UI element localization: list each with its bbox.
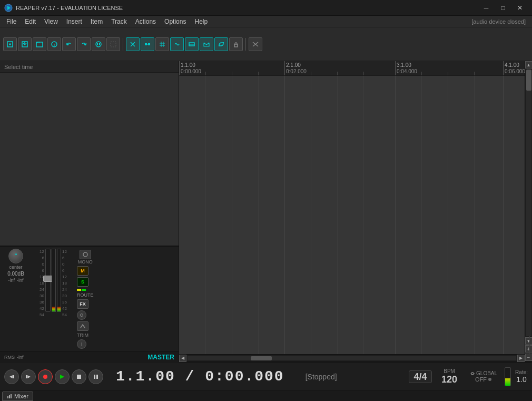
ruler-label-bottom-4: 0:06.000 bbox=[505, 69, 525, 74]
h-scroll-thumb[interactable] bbox=[251, 356, 272, 360]
master-fader[interactable] bbox=[45, 249, 51, 312]
menu-options[interactable]: Options bbox=[160, 17, 190, 26]
svg-rect-16 bbox=[145, 43, 147, 45]
v-scroll-down[interactable]: ▼ bbox=[525, 337, 533, 345]
open-icon bbox=[36, 41, 43, 48]
toolbar-envelope-btn[interactable] bbox=[200, 37, 213, 51]
trim-button[interactable] bbox=[77, 321, 88, 331]
svg-text:i: i bbox=[54, 43, 55, 46]
time-sig-display: 4/4 bbox=[409, 370, 432, 383]
global-area: GLOBAL OFF bbox=[467, 370, 500, 383]
toolbar-undo-btn[interactable] bbox=[62, 37, 76, 51]
toolbar-cut-btn[interactable] bbox=[126, 37, 140, 51]
toolbar-lock-btn[interactable] bbox=[229, 37, 243, 51]
loop-icon bbox=[218, 41, 225, 48]
master-pan-knob[interactable] bbox=[8, 249, 23, 263]
svg-rect-35 bbox=[77, 375, 81, 379]
timeline-ruler: 1.1.00 0:00.000 2.1.00 0:02.000 3.1.00 0… bbox=[179, 61, 525, 76]
h-scroll-left[interactable]: ◀ bbox=[179, 355, 186, 362]
toolbar-grid-btn[interactable] bbox=[155, 37, 169, 51]
solo-button[interactable]: S bbox=[77, 277, 88, 287]
stop-button[interactable] bbox=[72, 369, 86, 384]
transport-buttons bbox=[4, 369, 103, 384]
track-list-area bbox=[0, 73, 179, 246]
go-end-icon bbox=[25, 374, 32, 380]
route-section: ROUTE bbox=[77, 288, 94, 298]
ruler-mark-4: 4.1.00 0:06.000 bbox=[503, 61, 504, 76]
toolbar-stretch-btn[interactable] bbox=[185, 37, 199, 51]
go-start-button[interactable] bbox=[4, 369, 19, 384]
zoom-out-button[interactable]: − bbox=[525, 354, 533, 361]
fx-button[interactable]: FX bbox=[77, 299, 88, 309]
ruler-label-top-3: 3.1.00 bbox=[397, 62, 411, 68]
app-logo-icon bbox=[4, 4, 13, 12]
toolbar: i bbox=[0, 27, 532, 61]
svg-rect-37 bbox=[96, 375, 98, 379]
rate-display: Rate: 1.0 bbox=[515, 369, 528, 384]
rate-value: 1.0 bbox=[516, 375, 526, 384]
mixer-tab[interactable]: Mixer bbox=[2, 392, 33, 401]
menu-view[interactable]: View bbox=[40, 17, 62, 26]
toolbar-crossfade-btn[interactable] bbox=[249, 37, 262, 51]
v-scroll-track[interactable] bbox=[526, 70, 531, 336]
grid-line-2 bbox=[395, 76, 396, 354]
send-recv-colors bbox=[77, 289, 94, 291]
toolbar-loop-btn[interactable] bbox=[214, 37, 228, 51]
toolbar-info-btn[interactable]: i bbox=[47, 37, 61, 51]
h-scroll-right[interactable]: ▶ bbox=[517, 355, 525, 362]
v-scroll-thumb[interactable] bbox=[526, 70, 531, 91]
svg-rect-39 bbox=[7, 396, 8, 398]
master-meter-fill-right bbox=[57, 307, 61, 311]
v-scroll-up[interactable]: ▲ bbox=[525, 61, 533, 69]
toolbar-render-btn[interactable] bbox=[92, 37, 105, 51]
track-area[interactable] bbox=[179, 76, 525, 354]
ruler-label-top-2: 2.1.00 bbox=[286, 62, 301, 68]
stretch-icon bbox=[188, 41, 195, 48]
toolbar-save-btn[interactable] bbox=[18, 37, 32, 51]
ruler-label-bottom-2: 0:02.000 bbox=[286, 69, 307, 74]
redo-icon bbox=[80, 41, 87, 48]
toolbar-open-btn[interactable] bbox=[33, 37, 46, 51]
menu-item[interactable]: Item bbox=[86, 17, 107, 26]
record-icon bbox=[42, 374, 48, 380]
zoom-in-button[interactable]: + bbox=[525, 345, 533, 353]
mute-button[interactable]: M bbox=[77, 266, 88, 276]
menu-track[interactable]: Track bbox=[107, 17, 131, 26]
close-button[interactable]: ✕ bbox=[512, 3, 528, 13]
master-meter-right bbox=[57, 249, 61, 312]
menu-edit[interactable]: Edit bbox=[21, 17, 40, 26]
go-end-button[interactable] bbox=[21, 369, 36, 384]
menu-file[interactable]: File bbox=[2, 17, 21, 26]
pause-icon bbox=[93, 374, 99, 380]
bottom-bar: Mixer bbox=[0, 390, 532, 401]
minimize-button[interactable]: ─ bbox=[478, 3, 494, 13]
svg-marker-29 bbox=[9, 375, 13, 378]
timeline-main: 1.1.00 0:00.000 2.1.00 0:02.000 3.1.00 0… bbox=[179, 61, 532, 361]
play-button[interactable] bbox=[55, 369, 70, 384]
pause-button[interactable] bbox=[88, 369, 103, 384]
toolbar-select-btn[interactable] bbox=[106, 37, 120, 51]
sub-grid-4 bbox=[311, 76, 311, 354]
sub-grid-8 bbox=[448, 76, 448, 354]
toolbar-ripple-btn[interactable] bbox=[170, 37, 184, 51]
toolbar-new-btn[interactable] bbox=[3, 37, 17, 51]
record-arm-button[interactable] bbox=[77, 310, 86, 320]
maximize-button[interactable]: □ bbox=[495, 3, 511, 13]
h-scroll-track[interactable] bbox=[188, 356, 516, 360]
bpm-value[interactable]: 120 bbox=[441, 374, 457, 385]
tick-3 bbox=[258, 72, 259, 76]
menu-help[interactable]: Help bbox=[190, 17, 212, 26]
toolbar-redo-btn[interactable] bbox=[77, 37, 91, 51]
info-button[interactable]: i bbox=[77, 339, 86, 349]
title-text: REAPER v7.17 - EVALUATION LICENSE bbox=[16, 5, 123, 11]
menu-insert[interactable]: Insert bbox=[62, 17, 86, 26]
record-button[interactable] bbox=[38, 369, 53, 384]
time-display: 1.1.00 / 0:00.000 bbox=[107, 368, 293, 385]
toolbar-separator-2 bbox=[245, 38, 246, 51]
menu-actions[interactable]: Actions bbox=[131, 17, 160, 26]
pan-label: center bbox=[9, 265, 22, 270]
mono-button[interactable] bbox=[80, 250, 91, 259]
toolbar-snap-btn[interactable] bbox=[141, 37, 154, 51]
envelope-icon bbox=[203, 41, 210, 48]
sub-grid-1 bbox=[205, 76, 206, 354]
